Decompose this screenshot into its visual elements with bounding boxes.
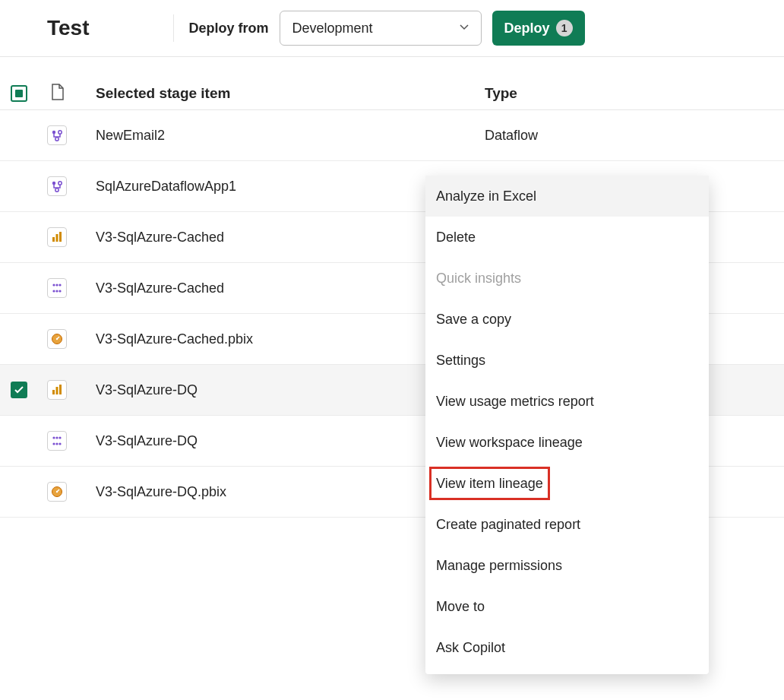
menu-item-quick-insights: Quick insights — [425, 258, 709, 299]
report-icon — [47, 380, 67, 400]
page-title: Test — [47, 16, 90, 40]
menu-item-save-a-copy[interactable]: Save a copy — [425, 299, 709, 340]
menu-item-manage-permissions[interactable]: Manage permissions — [425, 545, 709, 586]
deploy-button[interactable]: Deploy 1 — [492, 11, 585, 46]
deploy-button-label: Deploy — [504, 21, 550, 36]
svg-point-2 — [55, 138, 58, 141]
menu-item-create-paginated-report[interactable]: Create paginated report — [425, 504, 709, 545]
column-header-type[interactable]: Type — [485, 85, 784, 102]
svg-point-0 — [52, 131, 55, 134]
row-checkbox[interactable] — [11, 382, 27, 398]
menu-item-view-item-lineage[interactable]: View item lineage — [428, 466, 551, 501]
svg-point-10 — [55, 283, 58, 286]
dataset-icon — [47, 431, 67, 451]
table-row[interactable]: NewEmail2Dataflow — [0, 110, 784, 161]
svg-point-1 — [58, 131, 62, 134]
deploy-source-select[interactable]: Development — [280, 11, 482, 46]
svg-point-3 — [52, 182, 55, 185]
svg-point-25 — [58, 442, 61, 445]
menu-item-delete[interactable]: Delete — [425, 217, 709, 258]
menu-item-view-usage-metrics-report[interactable]: View usage metrics report — [425, 381, 709, 422]
svg-point-14 — [58, 290, 61, 292]
svg-point-5 — [55, 188, 58, 192]
svg-point-20 — [52, 436, 55, 439]
svg-point-11 — [58, 283, 61, 286]
svg-point-9 — [52, 283, 55, 286]
deploy-from-label: Deploy from — [189, 21, 269, 36]
menu-item-move-to[interactable]: Move to — [425, 586, 709, 627]
svg-point-4 — [58, 182, 62, 185]
menu-item-settings[interactable]: Settings — [425, 340, 709, 381]
dataflow-icon — [47, 125, 67, 145]
dashboard-icon — [47, 482, 67, 502]
svg-point-12 — [52, 290, 55, 292]
svg-point-24 — [55, 442, 58, 445]
chevron-down-icon — [458, 21, 470, 36]
svg-rect-17 — [52, 390, 55, 394]
dashboard-icon — [47, 329, 67, 349]
header-divider — [173, 14, 174, 42]
menu-item-ask-copilot[interactable]: Ask Copilot — [425, 627, 709, 668]
item-type: Dataflow — [485, 128, 784, 144]
svg-point-16 — [56, 338, 58, 340]
svg-point-23 — [52, 442, 55, 445]
svg-rect-18 — [56, 387, 58, 394]
file-icon — [50, 83, 65, 104]
context-menu: Analyze in ExcelDeleteQuick insightsSave… — [425, 176, 709, 674]
report-icon — [47, 227, 67, 247]
svg-point-22 — [58, 436, 61, 439]
column-header-name[interactable]: Selected stage item — [96, 85, 485, 102]
deploy-header: Test Deploy from Development Deploy 1 — [0, 0, 784, 57]
svg-rect-19 — [59, 385, 62, 394]
menu-item-analyze-in-excel[interactable]: Analyze in Excel — [425, 176, 709, 217]
menu-item-view-workspace-lineage[interactable]: View workspace lineage — [425, 422, 709, 463]
svg-rect-8 — [59, 232, 62, 242]
svg-rect-7 — [56, 234, 58, 242]
deploy-source-value: Development — [292, 21, 373, 36]
svg-rect-6 — [52, 237, 55, 242]
svg-point-21 — [55, 436, 58, 439]
select-all-checkbox[interactable] — [11, 85, 27, 102]
svg-point-27 — [56, 491, 58, 493]
dataset-icon — [47, 278, 67, 298]
svg-point-13 — [55, 290, 58, 292]
item-name: NewEmail2 — [96, 128, 485, 144]
table-header: Selected stage item Type — [0, 57, 784, 110]
dataflow-icon — [47, 176, 67, 196]
deploy-count-badge: 1 — [556, 20, 573, 36]
